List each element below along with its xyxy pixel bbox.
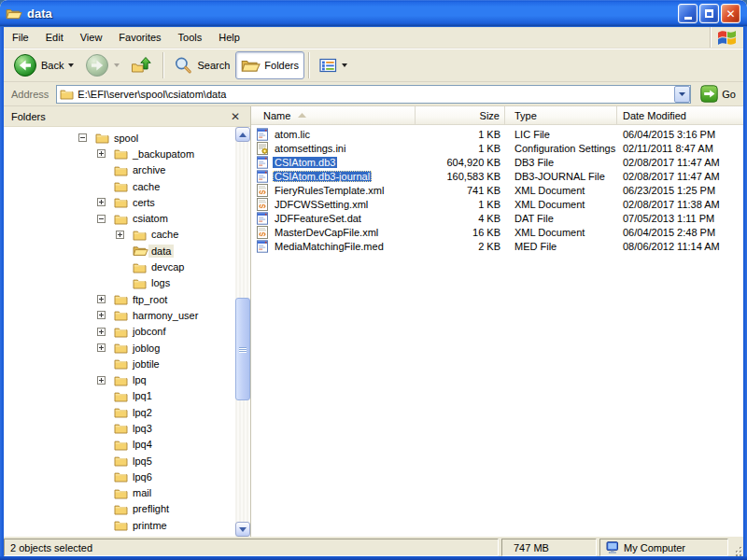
file-type: XML Document: [505, 197, 617, 211]
tree-item-lpq3[interactable]: lpq3: [4, 420, 235, 436]
expand-icon[interactable]: [97, 198, 114, 206]
resize-grip[interactable]: [731, 539, 743, 556]
menu-item-edit[interactable]: Edit: [37, 29, 72, 46]
tree-item-harmony_user[interactable]: harmony_user: [4, 307, 235, 323]
expand-icon[interactable]: [116, 231, 133, 239]
address-dropdown-button[interactable]: [674, 86, 690, 103]
tree-item-devcap[interactable]: devcap: [4, 259, 235, 274]
forward-button[interactable]: [79, 51, 125, 79]
menu-item-favorites[interactable]: Favorites: [110, 29, 169, 46]
folder-icon: [114, 342, 130, 354]
tree-item-lpq[interactable]: lpq: [4, 371, 235, 387]
tree-item-_backupatom[interactable]: _backupatom: [4, 146, 235, 161]
main-area: Folders ✕ spool_backupatomarchivecachece…: [4, 106, 743, 537]
expand-icon[interactable]: [97, 376, 114, 385]
menu-item-file[interactable]: File: [4, 29, 37, 46]
tree-item-lpq1[interactable]: lpq1: [4, 388, 235, 404]
expand-icon[interactable]: [97, 149, 114, 158]
tree-item-jobconf[interactable]: jobconf: [4, 324, 235, 340]
file-row-CSIAtom.db3-journal[interactable]: CSIAtom.db3-journal160,583 KBDB3-JOURNAL…: [251, 169, 743, 183]
column-header-name-label: Name: [263, 110, 290, 121]
file-row-FieryRulesTemplate.xml[interactable]: FieryRulesTemplate.xml741 KBXML Document…: [251, 183, 743, 197]
up-button[interactable]: [125, 51, 159, 79]
windows-logo-icon: [710, 27, 743, 48]
views-dropdown-icon[interactable]: [342, 63, 347, 67]
folders-button[interactable]: Folders: [235, 51, 304, 79]
tree-item-archive[interactable]: archive: [4, 162, 235, 178]
tree-item-cache[interactable]: cache: [4, 178, 235, 194]
views-button[interactable]: [314, 51, 353, 79]
tree-item-lpq5[interactable]: lpq5: [4, 453, 235, 469]
column-header-name[interactable]: Name: [251, 106, 416, 125]
tree-item-data[interactable]: data: [4, 243, 235, 259]
scroll-down-button[interactable]: [235, 522, 250, 537]
title-bar[interactable]: data ✕: [0, 0, 747, 27]
collapse-icon[interactable]: [97, 215, 114, 223]
tree-item-label: lpq: [130, 373, 149, 386]
tree-item-jobtile[interactable]: jobtile: [4, 356, 235, 371]
file-size: 4 KB: [416, 211, 505, 225]
folder-icon: [114, 487, 130, 499]
tree-item-joblog[interactable]: joblog: [4, 340, 235, 356]
tree-item-lpq2[interactable]: lpq2: [4, 404, 235, 420]
expand-icon[interactable]: [97, 328, 114, 336]
toolbar-separator: [162, 52, 164, 78]
scrollbar-thumb[interactable]: [235, 298, 250, 400]
file-date: 02/08/2017 11:47 AM: [617, 155, 743, 169]
tree-item-lpq6[interactable]: lpq6: [4, 469, 235, 484]
tree-item-cache[interactable]: cache: [4, 227, 235, 243]
menu-item-view[interactable]: View: [72, 29, 111, 46]
address-input[interactable]: E:\EFI\server\spool\csiatom\data: [56, 85, 691, 104]
tree-item-ftp_root[interactable]: ftp_root: [4, 291, 235, 307]
collapse-icon[interactable]: [78, 133, 95, 142]
scroll-up-button[interactable]: [235, 127, 250, 142]
scroll-down-icon: [239, 527, 247, 532]
tree-item-certs[interactable]: certs: [4, 194, 235, 210]
back-button[interactable]: Back: [7, 51, 79, 79]
go-button[interactable]: Go: [697, 83, 740, 105]
tree-item-lpq4[interactable]: lpq4: [4, 437, 235, 453]
tree-item-spool[interactable]: spool: [4, 130, 235, 146]
folder-icon: [114, 422, 130, 434]
file-size: 1 KB: [416, 197, 505, 211]
back-dropdown-icon[interactable]: [68, 63, 74, 67]
tree-item-printme[interactable]: printme: [4, 517, 235, 533]
file-row-atomsettings.ini[interactable]: atomsettings.ini1 KBConfiguration Settin…: [251, 141, 743, 155]
window-border: [743, 27, 747, 560]
file-row-atom.lic[interactable]: atom.lic1 KBLIC File06/04/2015 3:16 PM: [251, 127, 743, 141]
tree-item-mail[interactable]: mail: [4, 485, 235, 501]
file-row-MediaMatchingFile.med[interactable]: MediaMatchingFile.med2 KBMED File08/06/2…: [251, 239, 743, 253]
file-type: XML Document: [505, 183, 617, 197]
menu-item-tools[interactable]: Tools: [170, 29, 211, 46]
expand-icon[interactable]: [97, 343, 114, 352]
file-row-JDFCWSSetting.xml[interactable]: JDFCWSSetting.xml1 KBXML Document02/08/2…: [251, 197, 743, 211]
file-row-CSIAtom.db3[interactable]: CSIAtom.db3604,920 KBDB3 File02/08/2017 …: [251, 155, 743, 169]
tree-scrollbar[interactable]: [235, 127, 250, 537]
expand-icon[interactable]: [97, 311, 114, 319]
file-date: 06/04/2015 3:16 PM: [617, 127, 743, 141]
file-row-JDFFeatureSet.dat[interactable]: JDFFeatureSet.dat4 KBDAT File07/05/2013 …: [251, 211, 743, 225]
expand-icon[interactable]: [97, 295, 114, 303]
search-button[interactable]: Search: [168, 51, 235, 79]
maximize-button[interactable]: [699, 4, 719, 23]
folder-icon: [114, 213, 130, 225]
close-button[interactable]: ✕: [721, 4, 740, 23]
column-header-size[interactable]: Size: [416, 106, 505, 125]
minimize-button[interactable]: [678, 4, 698, 23]
column-header-type[interactable]: Type: [505, 106, 617, 125]
close-panel-icon[interactable]: ✕: [228, 110, 243, 123]
back-icon: [13, 53, 37, 77]
toolbar-separator: [308, 52, 310, 78]
file-type: DAT File: [505, 211, 617, 225]
file-row-MasterDevCapFile.xml[interactable]: MasterDevCapFile.xml16 KBXML Document06/…: [251, 225, 743, 239]
close-icon: ✕: [726, 8, 735, 20]
tree-item-logs[interactable]: logs: [4, 275, 235, 291]
column-header-date[interactable]: Date Modified: [617, 106, 743, 125]
tree-item-label: lpq6: [130, 470, 155, 483]
menu-item-help[interactable]: Help: [210, 29, 248, 46]
file-date: 06/23/2015 1:25 PM: [617, 183, 743, 197]
tree-item-csiatom[interactable]: csiatom: [4, 210, 235, 226]
tree-item-preflight[interactable]: preflight: [4, 501, 235, 517]
folder-icon: [114, 503, 130, 515]
forward-dropdown-icon: [114, 63, 120, 67]
